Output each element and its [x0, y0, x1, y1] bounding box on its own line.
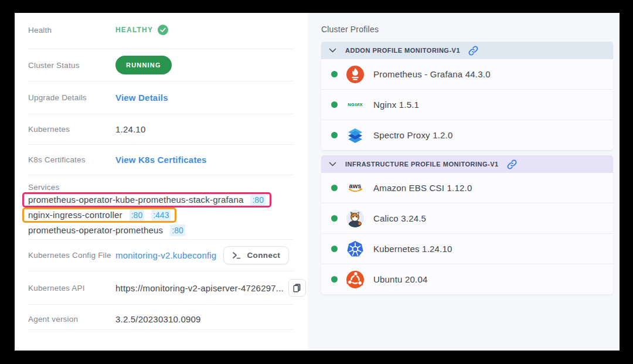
profile-pack-row[interactable]: awsAmazon EBS CSI 1.12.0 — [321, 173, 613, 203]
detail-row-kubernetes-api: Kubernetes API https://monitoring-v2-api… — [28, 271, 294, 305]
cluster-profiles-title: Cluster Profiles — [321, 25, 613, 34]
detail-row-config-file: Kubernetes Config File monitoring-v2.kub… — [28, 240, 294, 271]
service-port-link[interactable]: :80 — [250, 194, 265, 206]
pack-label: Spectro Proxy 1.2.0 — [373, 130, 453, 140]
health-label: Health — [28, 26, 115, 35]
profile-pack-row[interactable]: NGIИXNginx 1.5.1 — [321, 90, 613, 120]
profile-group-title: INFRASTRUCTURE PROFILE MONITORING-V1 — [345, 161, 499, 168]
profile-group: INFRASTRUCTURE PROFILE MONITORING-V1awsA… — [321, 155, 613, 295]
app-window: Health HEALTHY Cluster Status RUNNING — [0, 0, 633, 364]
detail-row-health: Health HEALTHY — [28, 13, 294, 49]
service-entry: prometheus-operator-prometheus:80 — [28, 223, 294, 238]
service-box: prometheus-operator-prometheus:80 — [22, 223, 191, 238]
service-highlight-box: prometheus-operator-kube-prometheus-stac… — [22, 192, 271, 207]
profile-group-title: ADDON PROFILE MONITORING-V1 — [345, 47, 460, 54]
profile-group: ADDON PROFILE MONITORING-V1Prometheus - … — [321, 42, 613, 151]
pack-status-dot — [331, 185, 338, 191]
health-status-text: HEALTHY — [115, 26, 153, 34]
cluster-status-badge: RUNNING — [115, 56, 172, 74]
service-name: nginx-ingress-controller — [28, 209, 122, 221]
kubernetes-api-label: Kubernetes API — [28, 284, 115, 292]
link-icon — [468, 46, 478, 56]
service-entry: prometheus-operator-kube-prometheus-stac… — [28, 192, 294, 207]
chevron-down-icon — [329, 162, 336, 167]
nginx-icon: NGIИX — [346, 96, 364, 114]
copy-button[interactable] — [288, 279, 306, 297]
pack-status-dot — [331, 276, 338, 283]
healthy-check-icon — [158, 25, 168, 35]
pack-status-dot — [331, 71, 338, 77]
profile-groups: ADDON PROFILE MONITORING-V1Prometheus - … — [321, 42, 613, 295]
profile-group-header[interactable]: ADDON PROFILE MONITORING-V1 — [321, 42, 613, 59]
pack-status-dot — [331, 215, 338, 222]
spectro-proxy-icon — [346, 127, 364, 144]
pack-label: Amazon EBS CSI 1.12.0 — [373, 183, 472, 193]
services-label: Services — [28, 183, 294, 192]
agent-version-value: 3.2.5/20230310.0909 — [115, 314, 201, 324]
connect-button-label: Connect — [247, 251, 280, 260]
profile-pack-row[interactable]: Prometheus - Grafana 44.3.0 — [321, 59, 613, 90]
health-status-badge: HEALTHY — [115, 25, 168, 35]
pack-status-dot — [331, 132, 338, 138]
connect-button[interactable]: Connect — [223, 246, 289, 264]
pack-label: Kubernetes 1.24.10 — [373, 244, 452, 254]
cluster-profiles-panel: Cluster Profiles ADDON PROFILE MONITORIN… — [308, 13, 620, 351]
calico-icon — [346, 210, 364, 227]
agent-version-label: Agent version — [28, 315, 115, 324]
pack-label: Nginx 1.5.1 — [373, 100, 419, 110]
service-port-link[interactable]: :80 — [170, 224, 185, 236]
k8s-certificates-label: K8s Certificates — [28, 155, 115, 164]
detail-row-cluster-status: Cluster Status RUNNING — [28, 49, 294, 81]
profile-group-header[interactable]: INFRASTRUCTURE PROFILE MONITORING-V1 — [321, 155, 613, 173]
detail-row-upgrade: Upgrade Details View Details — [28, 81, 294, 114]
cluster-status-label: Cluster Status — [28, 61, 115, 70]
pack-status-dot — [331, 246, 338, 252]
kubernetes-label: Kubernetes — [28, 125, 115, 134]
prometheus-icon — [346, 66, 364, 83]
copy-icon — [292, 283, 301, 292]
service-entry: nginx-ingress-controller:80:443 — [28, 207, 294, 223]
profile-pack-row[interactable]: Calico 3.24.5 — [321, 203, 613, 234]
chevron-down-icon — [329, 48, 336, 53]
service-highlight-box: nginx-ingress-controller:80:443 — [22, 207, 176, 223]
pack-status-dot — [331, 101, 338, 108]
view-details-link[interactable]: View Details — [115, 93, 168, 103]
view-k8s-certificates-link[interactable]: View K8s Certificates — [115, 155, 207, 165]
upgrade-label: Upgrade Details — [28, 93, 115, 102]
terminal-icon — [232, 251, 241, 260]
cluster-overview-content: Health HEALTHY Cluster Status RUNNING — [15, 13, 620, 351]
pack-label: Ubuntu 20.04 — [373, 274, 427, 284]
service-name: prometheus-operator-kube-prometheus-stac… — [28, 194, 243, 206]
service-port-link[interactable]: :443 — [151, 209, 171, 221]
detail-row-kubernetes: Kubernetes 1.24.10 — [28, 114, 294, 145]
config-file-label: Kubernetes Config File — [28, 251, 115, 260]
profile-pack-row[interactable]: Ubuntu 20.04 — [321, 264, 613, 295]
svg-text:aws: aws — [349, 182, 362, 189]
pack-label: Calico 3.24.5 — [373, 213, 426, 223]
service-name: prometheus-operator-prometheus — [28, 224, 163, 236]
service-port-link[interactable]: :80 — [130, 209, 144, 221]
detail-row-k8s-certificates: K8s Certificates View K8s Certificates — [28, 145, 294, 175]
kubernetes-api-url: https://monitoring-v2-apiserver-4726297.… — [115, 283, 284, 293]
profile-pack-row[interactable]: Spectro Proxy 1.2.0 — [321, 120, 613, 151]
kubernetes-version: 1.24.10 — [115, 124, 145, 134]
link-icon — [507, 159, 517, 169]
detail-row-services: Services prometheus-operator-kube-promet… — [28, 175, 294, 240]
ubuntu-icon — [346, 271, 364, 288]
aws-icon: aws — [346, 179, 364, 197]
detail-row-agent-version: Agent version 3.2.5/20230310.0909 — [28, 305, 294, 330]
profile-pack-row[interactable]: Kubernetes 1.24.10 — [321, 234, 613, 264]
pack-label: Prometheus - Grafana 44.3.0 — [373, 69, 491, 79]
cluster-details-panel: Health HEALTHY Cluster Status RUNNING — [15, 13, 308, 351]
kubernetes-icon — [346, 240, 364, 258]
kubeconfig-link[interactable]: monitoring-v2.kubeconfig — [115, 250, 216, 260]
services-list: prometheus-operator-kube-prometheus-stac… — [28, 192, 294, 238]
